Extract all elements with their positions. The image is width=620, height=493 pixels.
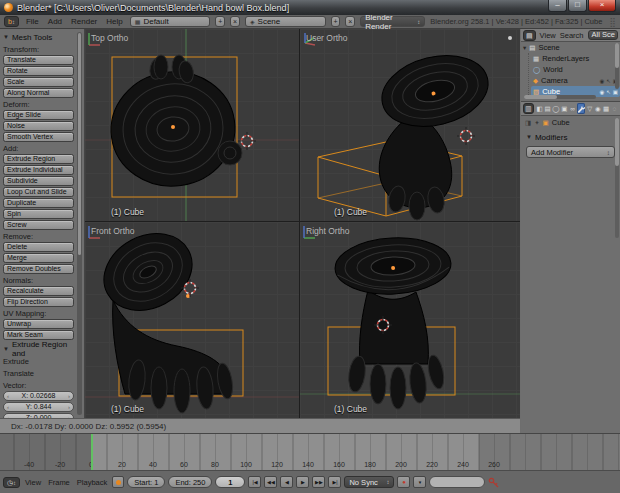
viewport-right-ortho[interactable]: Right Ortho (1) Cube: [300, 222, 520, 418]
vector-x-field[interactable]: ‹X: 0.02668›: [3, 391, 74, 401]
properties-scrollbar[interactable]: [615, 118, 619, 238]
tab-modifiers[interactable]: [577, 103, 585, 114]
menu-help[interactable]: Help: [104, 17, 124, 26]
tool-button-duplicate[interactable]: Duplicate: [3, 198, 74, 208]
viewport-user-ortho[interactable]: User Ortho (1) Cube: [300, 29, 520, 221]
tool-button-mark-seam[interactable]: Mark Seam: [3, 330, 74, 340]
tool-button-noise[interactable]: Noise: [3, 121, 74, 131]
sync-mode-select[interactable]: No Sync ↕: [344, 476, 394, 488]
maximize-button[interactable]: □: [568, 0, 587, 12]
section-label-normals: Normals:: [3, 276, 74, 286]
outliner-editor-type-button[interactable]: ▤: [523, 30, 536, 41]
tool-button-rotate[interactable]: Rotate: [3, 66, 74, 76]
current-frame-playhead[interactable]: [91, 434, 93, 471]
outliner-hscrollbar[interactable]: [524, 95, 596, 99]
menu-render[interactable]: Render: [69, 17, 99, 26]
window-titlebar[interactable]: Blender* [C:\Users\Oliver\Documents\Blen…: [0, 0, 620, 15]
timeline-editor-type-button[interactable]: ◷↕: [3, 477, 20, 488]
insert-keyframe-key-icon[interactable]: [488, 477, 499, 488]
delete-scene-button[interactable]: ×: [345, 16, 355, 27]
tab-constraints[interactable]: ∞: [569, 103, 576, 114]
tool-button-screw[interactable]: Screw: [3, 220, 74, 230]
menu-add[interactable]: Add: [46, 17, 64, 26]
modifiers-panel-header[interactable]: ▼ Modifiers: [526, 131, 615, 143]
tool-button-merge[interactable]: Merge: [3, 253, 74, 263]
tool-button-subdivide[interactable]: Subdivide: [3, 176, 74, 186]
viewport-front-ortho[interactable]: Front Ortho (1) Cube: [85, 222, 299, 418]
outliner-item-world[interactable]: ◯ World: [531, 64, 620, 75]
outliner-vscrollbar[interactable]: [615, 43, 619, 89]
outliner-item-renderlayers[interactable]: ▦ RenderLayers: [531, 53, 620, 64]
screen-layout-select[interactable]: ▦ Default: [130, 16, 211, 27]
menu-file[interactable]: File: [24, 17, 41, 26]
editor-type-button[interactable]: b↕: [4, 16, 19, 27]
jump-to-start-button[interactable]: |◀: [248, 476, 261, 488]
tool-button-translate[interactable]: Translate: [3, 55, 74, 65]
tab-scene[interactable]: ▤: [544, 103, 551, 114]
tool-button-extrude-individual[interactable]: Extrude Individual: [3, 165, 74, 175]
tab-render[interactable]: ◧: [536, 103, 543, 114]
panel-open-icon: ▼: [3, 346, 9, 352]
tool-button-scale[interactable]: Scale: [3, 77, 74, 87]
tab-object-data[interactable]: ▽: [586, 103, 593, 114]
jump-to-end-button[interactable]: ▶|: [328, 476, 341, 488]
tool-button-smooth-vertex[interactable]: Smooth Vertex: [3, 132, 74, 142]
minimize-button[interactable]: –: [548, 0, 567, 12]
scene-browse-icon: ◈: [250, 18, 255, 25]
tab-texture[interactable]: ▦: [603, 103, 610, 114]
timeline-ruler[interactable]: -40 -20 0 20 40 60 80 100 120 140 160 18…: [0, 433, 620, 470]
mesh-tools-panel-header[interactable]: ▼ Mesh Tools: [3, 31, 74, 43]
tab-physics[interactable]: ◌: [611, 103, 618, 114]
restrict-icons[interactable]: ◉↖▣: [599, 89, 618, 95]
tab-material[interactable]: ◉: [594, 103, 601, 114]
scene-select[interactable]: ◈ Scene: [245, 16, 326, 27]
tool-button-remove-doubles[interactable]: Remove Doubles: [3, 264, 74, 274]
add-layout-button[interactable]: +: [215, 16, 225, 27]
tab-world[interactable]: ◯: [552, 103, 559, 114]
delete-layout-button[interactable]: ×: [230, 16, 240, 27]
add-modifier-button[interactable]: Add Modifier ↕: [526, 146, 615, 158]
tool-button-extrude-region[interactable]: Extrude Region: [3, 154, 74, 164]
end-frame-field[interactable]: End: 250: [168, 476, 212, 488]
tool-button-flip-direction[interactable]: Flip Direction: [3, 297, 74, 307]
current-frame-field[interactable]: 1: [215, 476, 245, 488]
keying-options-button[interactable]: ▾: [413, 476, 426, 488]
tool-button-edge-slide[interactable]: Edge Slide: [3, 110, 74, 120]
vector-y-field[interactable]: ‹Y: 0.844›: [3, 402, 74, 412]
auto-keyframe-record-button[interactable]: ●: [397, 476, 410, 488]
operator-panel-header[interactable]: ▼ Extrude Region and: [3, 343, 74, 355]
viewport-top-ortho[interactable]: Top Ortho (1) Cube: [85, 29, 299, 221]
tool-button-delete[interactable]: Delete: [3, 242, 74, 252]
tool-button-unwrap[interactable]: Unwrap: [3, 319, 74, 329]
play-button[interactable]: ▶: [296, 476, 309, 488]
tool-button-loop-cut-and-slide[interactable]: Loop Cut and Slide: [3, 187, 74, 197]
tab-object[interactable]: ▣: [561, 103, 568, 114]
timeline-menu-view[interactable]: View: [23, 478, 43, 487]
add-scene-button[interactable]: +: [331, 16, 341, 27]
start-frame-field[interactable]: Start: 1: [127, 476, 165, 488]
tool-shelf-scrollbar[interactable]: [77, 32, 82, 415]
next-keyframe-button[interactable]: ▶▶: [312, 476, 325, 488]
outliner-menu-search[interactable]: Search: [560, 31, 584, 40]
outliner-scope-select[interactable]: All Sce: [588, 30, 619, 40]
outliner-menu-view[interactable]: View: [540, 31, 556, 40]
outliner-item-scene[interactable]: ▾ ▤ Scene: [521, 42, 620, 53]
keying-set-field[interactable]: [429, 476, 485, 488]
close-button[interactable]: ×: [588, 0, 616, 12]
render-engine-select[interactable]: Blender Render ↕: [360, 16, 425, 27]
use-preview-range-toggle[interactable]: [112, 476, 124, 488]
timeline-menu-playback[interactable]: Playback: [75, 478, 109, 487]
properties-editor-type-button[interactable]: ▥: [523, 103, 534, 114]
prev-keyframe-button[interactable]: ◀◀: [264, 476, 277, 488]
ruler-label: 260: [488, 461, 500, 468]
tool-button-spin[interactable]: Spin: [3, 209, 74, 219]
world-icon: ◯: [533, 66, 540, 74]
outliner-editor: ▤ View Search All Sce ▾ ▤ Scene ▦ Render…: [521, 29, 620, 100]
play-reverse-button[interactable]: ◀: [280, 476, 293, 488]
outliner-item-camera[interactable]: ◆ Camera ◉↖▣: [531, 75, 620, 86]
pin-icon[interactable]: ◨: [525, 119, 531, 127]
tool-button-recalculate[interactable]: Recalculate: [3, 286, 74, 296]
timeline-menu-frame[interactable]: Frame: [46, 478, 72, 487]
tool-button-along-normal[interactable]: Along Normal: [3, 88, 74, 98]
panel-open-icon: ▼: [526, 134, 532, 140]
